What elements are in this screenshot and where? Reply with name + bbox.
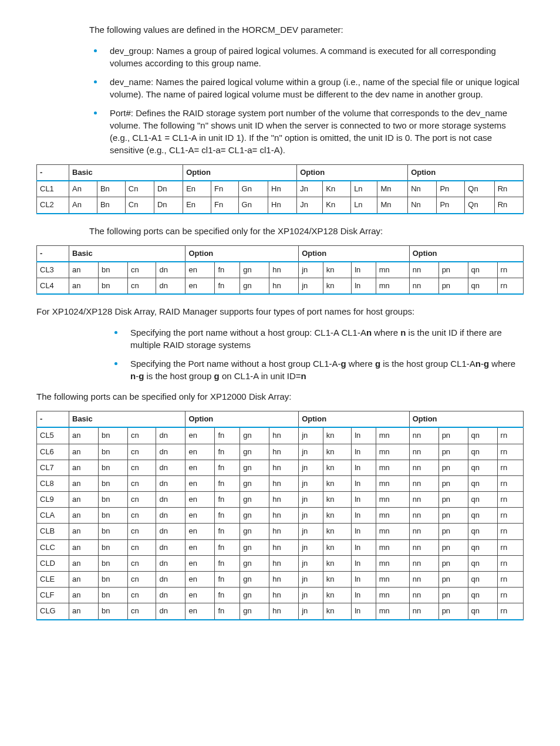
- table-cell: fn: [215, 508, 240, 524]
- table-cell: gn: [240, 427, 269, 444]
- table-cell: nn: [409, 508, 438, 524]
- table-cell: an: [69, 475, 99, 491]
- table-cell: mn: [376, 603, 409, 620]
- table-cell: gn: [240, 603, 269, 620]
- table-cell: hn: [269, 460, 299, 475]
- table-header: Basic: [69, 411, 185, 428]
- table-cell: an: [69, 539, 99, 555]
- table-cell: an: [69, 588, 99, 603]
- table-cell: en: [185, 427, 215, 444]
- table-cell: mn: [376, 572, 409, 588]
- table-cell: Dn: [154, 181, 183, 197]
- table-cell: bn: [98, 539, 127, 555]
- table-cell: kn: [323, 572, 352, 588]
- table-cell: gn: [240, 572, 269, 588]
- table-cell: pn: [438, 572, 468, 588]
- table-cell: ln: [352, 278, 376, 294]
- table-cell: bn: [98, 588, 127, 603]
- table-cell: fn: [215, 539, 240, 555]
- table-cell: en: [185, 508, 215, 524]
- table-cell: gn: [240, 262, 269, 278]
- table-cell: cn: [127, 492, 156, 508]
- table-cell: nn: [409, 572, 438, 588]
- table-cell: cn: [127, 278, 156, 294]
- table-cell: jn: [299, 444, 323, 460]
- table-cell: an: [69, 492, 99, 508]
- table-cell: mn: [376, 539, 409, 555]
- table-cell: Qn: [465, 181, 494, 197]
- table-cell: dn: [156, 572, 185, 588]
- table-cell: Bn: [97, 181, 125, 197]
- table-cell: bn: [98, 278, 127, 294]
- table-cell: nn: [409, 278, 438, 294]
- table-cell: an: [69, 524, 99, 539]
- table-cell: dn: [156, 588, 185, 603]
- table-cell: pn: [438, 588, 468, 603]
- table-cell: Bn: [97, 197, 125, 214]
- table-cell: cn: [127, 460, 156, 475]
- table-cell: kn: [323, 475, 352, 491]
- table-cell: mn: [376, 508, 409, 524]
- table-cell: bn: [98, 555, 127, 571]
- row-label: CLA: [37, 508, 69, 524]
- table-cell: rn: [497, 427, 523, 444]
- table-cell: rn: [497, 460, 523, 475]
- table-cell: en: [185, 524, 215, 539]
- table-cell: mn: [376, 262, 409, 278]
- table-cell: hn: [269, 262, 299, 278]
- table-cell: pn: [438, 475, 468, 491]
- table-cell: rn: [497, 475, 523, 491]
- table-cell: Qn: [465, 197, 494, 214]
- table-cell: jn: [299, 262, 323, 278]
- table-cell: fn: [215, 492, 240, 508]
- table-cell: dn: [156, 555, 185, 571]
- table-cell: an: [69, 555, 99, 571]
- ports-table-basic: -BasicOptionOptionOptionCL1AnBnCnDnEnFnG…: [36, 164, 524, 214]
- row-label: CL8: [37, 475, 69, 491]
- table-cell: rn: [497, 444, 523, 460]
- table-cell: Rn: [494, 197, 523, 214]
- row-label: CL3: [37, 262, 69, 278]
- table-cell: rn: [497, 508, 523, 524]
- table-cell: fn: [215, 278, 240, 294]
- table-cell: fn: [215, 555, 240, 571]
- table-cell: hn: [269, 588, 299, 603]
- table-cell: hn: [269, 572, 299, 588]
- row-label: CL5: [37, 427, 69, 444]
- table-cell: fn: [215, 444, 240, 460]
- table-cell: jn: [299, 278, 323, 294]
- table-cell: ln: [352, 508, 376, 524]
- table-cell: rn: [497, 262, 523, 278]
- table-cell: an: [69, 262, 99, 278]
- table-cell: kn: [323, 492, 352, 508]
- table-cell: Nn: [408, 197, 437, 214]
- table-cell: kn: [323, 262, 352, 278]
- table-cell: fn: [215, 524, 240, 539]
- table-cell: nn: [409, 524, 438, 539]
- table-cell: kn: [323, 460, 352, 475]
- table-cell: bn: [98, 475, 127, 491]
- table-cell: rn: [497, 572, 523, 588]
- table-cell: Mn: [377, 181, 408, 197]
- table-cell: hn: [269, 539, 299, 555]
- table-cell: Cn: [125, 197, 154, 214]
- table-cell: en: [185, 539, 215, 555]
- ports-table-xp12000: -BasicOptionOptionOptionCL5anbncndnenfng…: [36, 411, 524, 620]
- table-header: Option: [299, 411, 409, 428]
- table-cell: bn: [98, 572, 127, 588]
- table-cell: kn: [323, 524, 352, 539]
- def-dev-name: dev_name: Names the paired logical volum…: [104, 75, 524, 100]
- table-cell: qn: [468, 444, 497, 460]
- table-header: -: [37, 165, 69, 181]
- def-dev-group: dev_group: Names a group of paired logic…: [104, 44, 524, 69]
- table-cell: Pn: [437, 197, 465, 214]
- row-label: CLD: [37, 555, 69, 571]
- table-cell: an: [69, 460, 99, 475]
- table-cell: en: [185, 572, 215, 588]
- table-cell: en: [185, 475, 215, 491]
- table-cell: Dn: [154, 197, 183, 214]
- ports-table-xp1024: -BasicOptionOptionOptionCL3anbncndnenfng…: [36, 245, 524, 295]
- table-cell: pn: [438, 555, 468, 571]
- table-header: Basic: [69, 245, 185, 262]
- table-cell: dn: [156, 539, 185, 555]
